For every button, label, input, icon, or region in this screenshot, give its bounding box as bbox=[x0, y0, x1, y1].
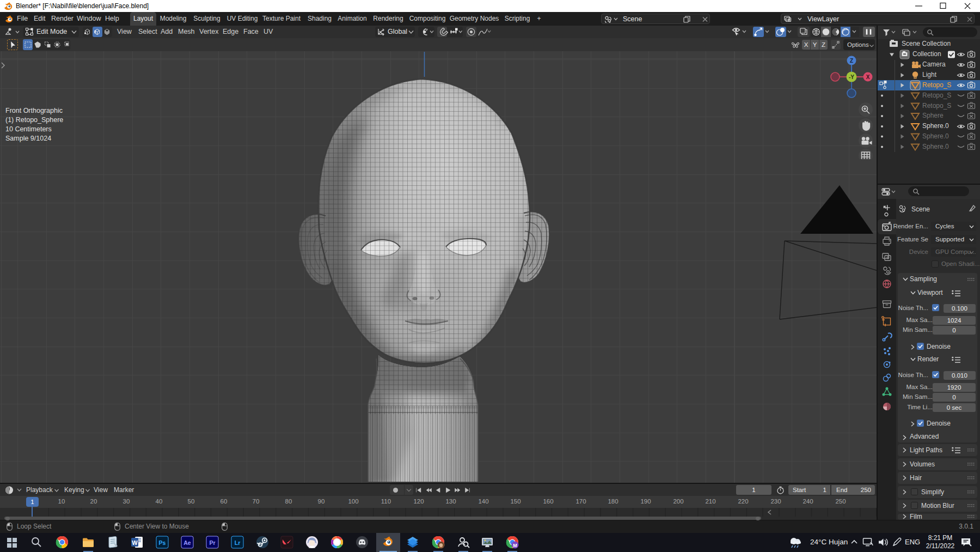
svg-text:W: W bbox=[132, 539, 138, 546]
svg-text:M: M bbox=[513, 543, 517, 548]
svg-text:-Y: -Y bbox=[849, 74, 854, 80]
svg-text:Ps: Ps bbox=[159, 539, 166, 546]
svg-text:Z: Z bbox=[850, 58, 853, 64]
svg-text:Ae: Ae bbox=[183, 539, 191, 546]
svg-text:Pr: Pr bbox=[209, 539, 215, 546]
svg-text:Lr: Lr bbox=[235, 539, 241, 546]
svg-text:X: X bbox=[866, 74, 870, 80]
